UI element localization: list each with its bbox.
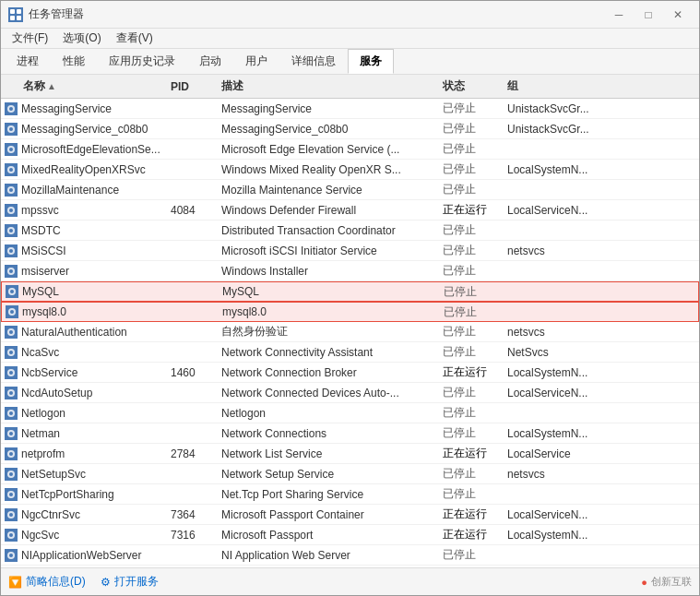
cell-service-name: mpssvc (1, 204, 167, 217)
service-icon (5, 143, 18, 156)
table-row[interactable]: MessagingService MessagingService 已停止 Un… (1, 99, 699, 119)
svg-point-45 (9, 513, 13, 517)
table-row[interactable]: MSiSCSI Microsoft iSCSI Initiator Servic… (1, 241, 699, 261)
table-row[interactable]: Netman Network Connections 已停止 LocalSyst… (1, 423, 699, 444)
cell-service-name: NIApplicationWebServer (1, 549, 167, 562)
cell-service-name: NcdAutoSetup (1, 387, 167, 399)
table-row[interactable]: msiserver Windows Installer 已停止 (1, 261, 699, 281)
service-icon (5, 102, 18, 115)
cell-status: 正在运行 (439, 527, 504, 542)
table-row[interactable]: NetTcpPortSharing Net.Tcp Port Sharing S… (1, 484, 699, 505)
table-row[interactable]: NcdAutoSetup Network Connected Devices A… (1, 383, 699, 403)
service-icon (5, 265, 18, 278)
app-icon (8, 7, 23, 22)
tab-performance[interactable]: 性能 (51, 49, 97, 74)
service-icon (5, 387, 18, 399)
col-header-desc[interactable]: 描述 (218, 78, 439, 94)
cell-status: 已停止 (439, 385, 504, 400)
cell-service-name: NgcCtnrSvc (1, 508, 167, 521)
cell-status: 已停止 (439, 486, 504, 502)
cell-description: Netlogon (218, 407, 439, 420)
cell-group: LocalService (504, 447, 614, 460)
table-row[interactable]: MozillaMaintenance Mozilla Maintenance S… (1, 180, 699, 200)
menu-options[interactable]: 选项(O) (55, 29, 108, 48)
cell-status: 正在运行 (439, 202, 504, 218)
table-row[interactable]: NaturalAuthentication 自然身份验证 已停止 netsvcs (1, 322, 699, 342)
service-icon (5, 224, 18, 237)
service-icon (5, 488, 18, 501)
cell-status: 已停止 (439, 344, 504, 360)
service-icon (5, 244, 18, 257)
cell-description: 自然身份验证 (218, 324, 439, 340)
table-row[interactable]: MicrosoftEdgeElevationSe... Microsoft Ed… (1, 139, 699, 160)
brief-info-link[interactable]: 🔽 简略信息(D) (8, 574, 86, 590)
table-row[interactable]: MessagingService_c08b0 MessagingService_… (1, 119, 699, 139)
cell-service-name: msiserver (1, 265, 167, 278)
svg-point-33 (9, 391, 13, 395)
footer-bar: 🔽 简略信息(D) ⚙ 打开服务 ● 创新互联 (1, 567, 699, 595)
cell-description: MessagingService (218, 102, 439, 115)
table-row[interactable]: MySQL MySQL 已停止 (1, 281, 699, 302)
cell-pid: 7364 (167, 508, 218, 521)
cell-service-name: MSiSCSI (1, 244, 167, 257)
table-row[interactable]: mpssvc 4084 Windows Defender Firewall 正在… (1, 200, 699, 221)
cell-pid: 4084 (167, 204, 218, 217)
cell-group: LocalServiceN... (504, 508, 614, 521)
table-row[interactable]: MixedRealityOpenXRSvc Windows Mixed Real… (1, 160, 699, 180)
service-icon (5, 407, 18, 420)
table-row[interactable]: MSDTC Distributed Transaction Coordinato… (1, 221, 699, 241)
cell-group: UnistackSvcGr... (504, 123, 614, 136)
table-row[interactable]: NcbService 1460 Network Connection Broke… (1, 363, 699, 383)
tab-app-history[interactable]: 应用历史记录 (97, 49, 187, 74)
tab-services[interactable]: 服务 (348, 49, 394, 74)
service-icon (5, 508, 18, 521)
svg-point-15 (9, 209, 13, 212)
cell-group: LocalServiceN... (504, 204, 614, 217)
table-row[interactable]: NgcCtnrSvc 7364 Microsoft Passport Conta… (1, 505, 699, 525)
tab-users[interactable]: 用户 (233, 49, 279, 74)
cell-group: LocalSystemN... (504, 427, 614, 440)
col-header-status[interactable]: 状态 (439, 78, 504, 94)
cell-description: Microsoft Passport (218, 529, 439, 542)
sort-name-icon: ▲ (47, 81, 56, 91)
cell-description: Network Connection Broker (218, 366, 439, 379)
cell-description: Network Connectivity Assistant (218, 346, 439, 359)
table-row[interactable]: NetSetupSvc Network Setup Service 已停止 ne… (1, 464, 699, 484)
svg-point-23 (10, 290, 14, 293)
svg-point-29 (9, 351, 13, 354)
cell-service-name: MessagingService_c08b0 (1, 123, 167, 136)
cell-description: Windows Installer (218, 265, 439, 278)
table-row[interactable]: NIApplicationWebServer NI Application We… (1, 545, 699, 566)
service-icon (6, 285, 18, 298)
content-area: 名称 ▲ PID 描述 状态 组 (1, 75, 699, 567)
table-row[interactable]: mysql8.0 mysql8.0 已停止 (1, 302, 699, 322)
svg-point-41 (9, 472, 13, 476)
maximize-button[interactable]: □ (635, 5, 662, 25)
cell-pid: 2784 (167, 447, 218, 460)
cell-group: LocalSystemN... (504, 529, 614, 542)
tab-process[interactable]: 进程 (5, 49, 51, 74)
cell-status: 已停止 (439, 263, 504, 279)
col-header-name[interactable]: 名称 ▲ (1, 78, 167, 94)
cell-group: UnistackSvcGr... (504, 102, 614, 115)
cell-service-name: NetTcpPortSharing (1, 488, 167, 501)
open-service-link[interactable]: ⚙ 打开服务 (101, 574, 159, 590)
table-row[interactable]: NcaSvc Network Connectivity Assistant 已停… (1, 342, 699, 363)
table-row[interactable]: Netlogon Netlogon 已停止 (1, 403, 699, 423)
cell-service-name: MixedRealityOpenXRSvc (1, 163, 167, 176)
menu-file[interactable]: 文件(F) (5, 29, 55, 48)
svg-point-31 (9, 371, 13, 375)
service-icon (5, 427, 18, 440)
close-button[interactable]: ✕ (664, 5, 692, 25)
cell-description: Network List Service (218, 447, 439, 460)
svg-point-17 (9, 229, 13, 232)
table-row[interactable]: netprofm 2784 Network List Service 正在运行 … (1, 444, 699, 464)
col-header-group[interactable]: 组 (504, 78, 614, 94)
table-row[interactable]: NgcSvc 7316 Microsoft Passport 正在运行 Loca… (1, 525, 699, 545)
minimize-button[interactable]: ─ (605, 5, 633, 25)
menu-view[interactable]: 查看(V) (109, 29, 160, 48)
cell-service-name: MessagingService (1, 102, 167, 115)
tab-details[interactable]: 详细信息 (279, 49, 348, 74)
tab-startup[interactable]: 启动 (187, 49, 233, 74)
col-header-pid[interactable]: PID (167, 78, 218, 94)
